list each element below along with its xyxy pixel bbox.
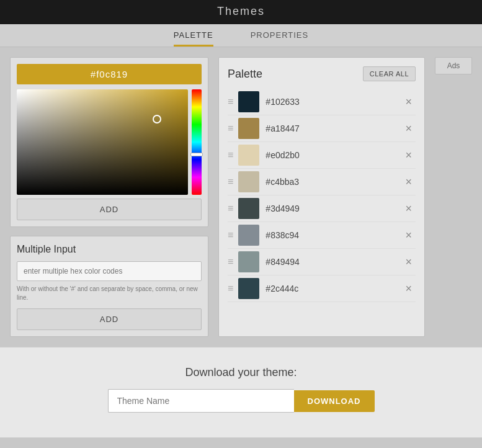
drag-handle-icon[interactable]: ≡ — [228, 123, 233, 134]
remove-color-button[interactable]: × — [401, 148, 416, 162]
main-content: #f0c819 ADD Multiple Input With or witho… — [0, 47, 482, 347]
remove-color-button[interactable]: × — [401, 255, 416, 269]
download-row: DOWNLOAD — [0, 389, 482, 413]
color-swatch — [238, 118, 259, 139]
multiple-input-section: Multiple Input With or without the '#' a… — [10, 236, 208, 337]
drag-handle-icon[interactable]: ≡ — [228, 283, 233, 294]
hex-display[interactable]: #f0c819 — [17, 64, 202, 84]
color-swatch — [238, 198, 259, 219]
drag-handle-icon[interactable]: ≡ — [228, 150, 233, 161]
drag-handle-icon[interactable]: ≡ — [228, 256, 233, 267]
color-hex-label: #c4bba3 — [266, 177, 401, 187]
right-panel: Palette CLEAR ALL ≡ #102633 × ≡ #a18447 … — [218, 57, 425, 337]
picker-area — [17, 89, 202, 195]
palette-item: ≡ #102633 × — [228, 89, 416, 115]
palette-item: ≡ #2c444c × — [228, 276, 416, 302]
palette-header: Palette CLEAR ALL — [228, 66, 416, 81]
multiple-input-add-button[interactable]: ADD — [17, 308, 202, 330]
gradient-dark — [17, 89, 188, 195]
drag-handle-icon[interactable]: ≡ — [228, 230, 233, 241]
color-swatch — [238, 145, 259, 166]
download-button[interactable]: DOWNLOAD — [294, 390, 375, 412]
remove-color-button[interactable]: × — [401, 228, 416, 242]
color-gradient[interactable] — [17, 89, 188, 195]
palette-list: ≡ #102633 × ≡ #a18447 × ≡ #e0d2b0 × ≡ #c… — [228, 89, 416, 302]
top-bar: Themes — [0, 0, 482, 24]
theme-name-input[interactable] — [108, 389, 294, 413]
palette-item: ≡ #a18447 × — [228, 115, 416, 142]
app-title: Themes — [217, 5, 265, 17]
ads-box: Ads — [435, 57, 472, 74]
remove-color-button[interactable]: × — [401, 202, 416, 215]
drag-handle-icon[interactable]: ≡ — [228, 96, 233, 107]
remove-color-button[interactable]: × — [401, 95, 416, 109]
remove-color-button[interactable]: × — [401, 282, 416, 295]
palette-item: ≡ #e0d2b0 × — [228, 142, 416, 169]
color-picker-add-button[interactable]: ADD — [17, 199, 202, 220]
color-picker-box: #f0c819 ADD — [10, 57, 208, 227]
hue-slider[interactable] — [192, 89, 202, 195]
drag-handle-icon[interactable]: ≡ — [228, 203, 233, 214]
palette-item: ≡ #849494 × — [228, 249, 416, 276]
palette-title: Palette — [228, 68, 262, 81]
color-swatch — [238, 91, 259, 112]
left-panel: #f0c819 ADD Multiple Input With or witho… — [10, 57, 208, 337]
color-hex-label: #2c444c — [266, 284, 401, 293]
color-swatch — [238, 251, 259, 272]
download-title: Download your theme: — [0, 366, 482, 379]
color-hex-label: #102633 — [266, 97, 401, 107]
hue-thumb — [190, 153, 203, 156]
palette-item: ≡ #c4bba3 × — [228, 169, 416, 195]
color-hex-label: #838c94 — [266, 230, 401, 240]
color-swatch — [238, 278, 259, 299]
clear-all-button[interactable]: CLEAR ALL — [363, 66, 416, 81]
multiple-input-field[interactable] — [17, 261, 202, 281]
color-hex-label: #3d4949 — [266, 204, 401, 213]
color-swatch — [238, 171, 259, 192]
remove-color-button[interactable]: × — [401, 122, 416, 135]
drag-handle-icon[interactable]: ≡ — [228, 176, 233, 187]
tab-palette[interactable]: PALETTE — [174, 30, 213, 47]
multiple-input-hint: With or without the '#' and can separate… — [17, 285, 202, 302]
multiple-input-title: Multiple Input — [17, 244, 202, 255]
remove-color-button[interactable]: × — [401, 175, 416, 189]
ads-panel: Ads — [435, 57, 472, 337]
color-hex-label: #849494 — [266, 257, 401, 267]
palette-item: ≡ #3d4949 × — [228, 195, 416, 222]
tab-properties[interactable]: PROPERTIES — [251, 30, 309, 47]
color-swatch — [238, 225, 259, 246]
palette-item: ≡ #838c94 × — [228, 222, 416, 249]
color-hex-label: #a18447 — [266, 123, 401, 133]
bottom-section: Download your theme: DOWNLOAD — [0, 347, 482, 437]
tabs-bar: PALETTE PROPERTIES — [0, 24, 482, 47]
color-hex-label: #e0d2b0 — [266, 150, 401, 160]
